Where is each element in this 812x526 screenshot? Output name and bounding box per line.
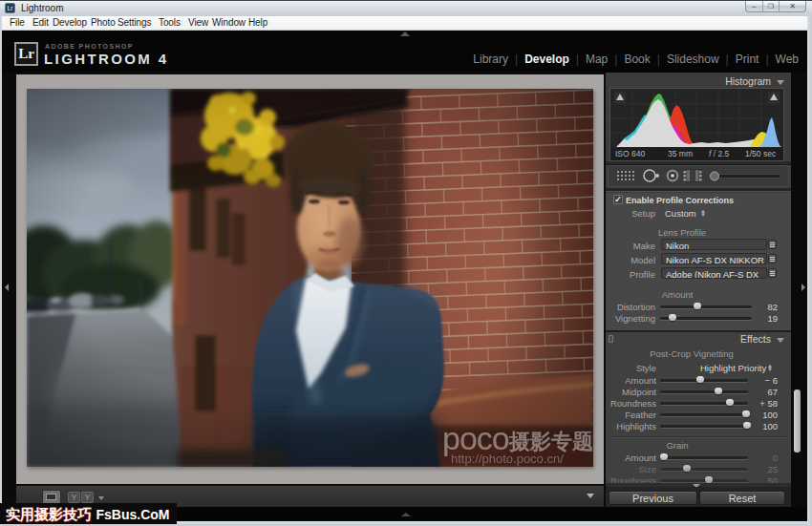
svg-text:http://photo.poco.cn/: http://photo.poco.cn/ [451,452,564,466]
svg-text:摄影专题: 摄影专题 [508,430,593,453]
